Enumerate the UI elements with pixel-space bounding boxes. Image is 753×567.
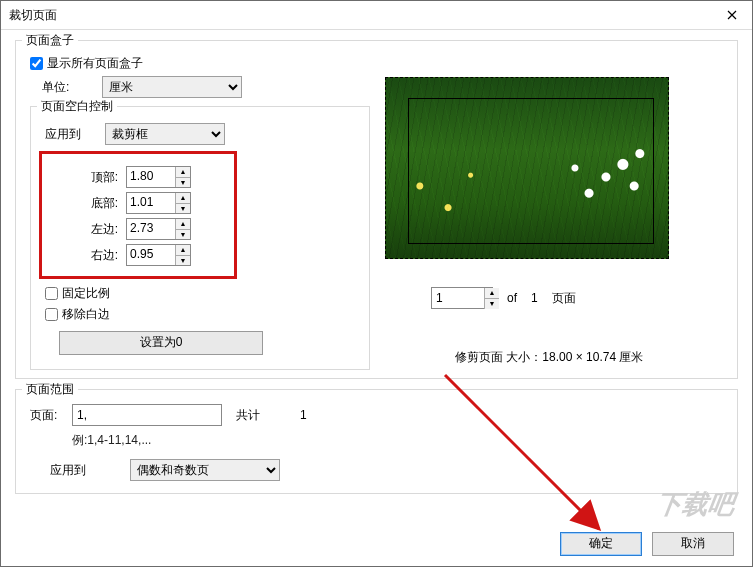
page-preview bbox=[385, 77, 669, 259]
lock-ratio-checkbox[interactable]: 固定比例 bbox=[45, 285, 110, 302]
right-input[interactable] bbox=[127, 245, 175, 263]
left-label: 左边: bbox=[48, 221, 126, 238]
pager-of-label: of bbox=[507, 291, 517, 305]
right-spinner[interactable]: ▲▼ bbox=[126, 244, 191, 266]
spin-down-icon[interactable]: ▼ bbox=[176, 204, 190, 214]
remove-white-checkbox[interactable]: 移除白边 bbox=[45, 306, 110, 323]
range-example: 例:1,4-11,14,... bbox=[72, 432, 727, 449]
range-apply-label: 应用到 bbox=[50, 462, 130, 479]
dialog-buttons: 确定 取消 bbox=[560, 532, 734, 556]
page-navigator: ▲▼ of 1 页面 bbox=[431, 287, 576, 309]
close-icon bbox=[727, 10, 737, 20]
top-input[interactable] bbox=[127, 167, 175, 185]
lock-ratio-input[interactable] bbox=[45, 287, 58, 300]
spin-up-icon[interactable]: ▲ bbox=[176, 245, 190, 256]
ok-button[interactable]: 确定 bbox=[560, 532, 642, 556]
show-all-boxes-input[interactable] bbox=[30, 57, 43, 70]
pager-unit: 页面 bbox=[552, 290, 576, 307]
spin-up-icon[interactable]: ▲ bbox=[176, 193, 190, 204]
unit-label: 单位: bbox=[42, 79, 102, 96]
range-page-input[interactable] bbox=[72, 404, 222, 426]
crop-size-label: 修剪页面 大小：18.00 × 10.74 厘米 bbox=[455, 349, 643, 366]
show-all-boxes-checkbox[interactable]: 显示所有页面盒子 bbox=[30, 55, 143, 72]
titlebar: 裁切页面 bbox=[1, 1, 752, 30]
highlight-box: 顶部: ▲▼ 底部: bbox=[39, 151, 237, 279]
left-input[interactable] bbox=[127, 219, 175, 237]
range-page-label: 页面: bbox=[30, 407, 72, 424]
right-label: 右边: bbox=[48, 247, 126, 264]
top-spinner[interactable]: ▲▼ bbox=[126, 166, 191, 188]
bottom-spinner[interactable]: ▲▼ bbox=[126, 192, 191, 214]
spin-down-icon[interactable]: ▼ bbox=[176, 230, 190, 240]
page-range-group: 页面范围 页面: 共计 1 例:1,4-11,14,... 应用到 偶数和奇数页 bbox=[15, 389, 738, 494]
pager-total: 1 bbox=[531, 291, 538, 305]
apply-to-label: 应用到 bbox=[45, 126, 105, 143]
spin-down-icon[interactable]: ▼ bbox=[176, 256, 190, 266]
remove-white-label: 移除白边 bbox=[62, 306, 110, 323]
page-number-spinner[interactable]: ▲▼ bbox=[431, 287, 493, 309]
spin-down-icon[interactable]: ▼ bbox=[176, 178, 190, 188]
page-range-legend: 页面范围 bbox=[22, 381, 78, 398]
crop-dialog: 裁切页面 页面盒子 显示所有页面盒子 单位: bbox=[0, 0, 753, 567]
remove-white-input[interactable] bbox=[45, 308, 58, 321]
spin-down-icon[interactable]: ▼ bbox=[485, 299, 499, 309]
margin-control-group: 页面空白控制 应用到 裁剪框 顶部: bbox=[30, 106, 370, 370]
page-number-input[interactable] bbox=[432, 289, 484, 307]
window-title: 裁切页面 bbox=[9, 7, 57, 24]
range-apply-select[interactable]: 偶数和奇数页 bbox=[130, 459, 280, 481]
reset-button[interactable]: 设置为0 bbox=[59, 331, 263, 355]
bottom-input[interactable] bbox=[127, 193, 175, 211]
spin-up-icon[interactable]: ▲ bbox=[176, 167, 190, 178]
left-spinner[interactable]: ▲▼ bbox=[126, 218, 191, 240]
crop-rectangle bbox=[408, 98, 654, 244]
unit-select[interactable]: 厘米 bbox=[102, 76, 242, 98]
close-button[interactable] bbox=[712, 1, 752, 29]
lock-ratio-label: 固定比例 bbox=[62, 285, 110, 302]
top-label: 顶部: bbox=[48, 169, 126, 186]
range-total-label: 共计 bbox=[236, 407, 260, 424]
margin-control-legend: 页面空白控制 bbox=[37, 98, 117, 115]
page-box-legend: 页面盒子 bbox=[22, 32, 78, 49]
cancel-button[interactable]: 取消 bbox=[652, 532, 734, 556]
show-all-boxes-label: 显示所有页面盒子 bbox=[47, 55, 143, 72]
apply-to-select[interactable]: 裁剪框 bbox=[105, 123, 225, 145]
spin-up-icon[interactable]: ▲ bbox=[485, 288, 499, 299]
range-total-value: 1 bbox=[300, 408, 307, 422]
bottom-label: 底部: bbox=[48, 195, 126, 212]
spin-up-icon[interactable]: ▲ bbox=[176, 219, 190, 230]
